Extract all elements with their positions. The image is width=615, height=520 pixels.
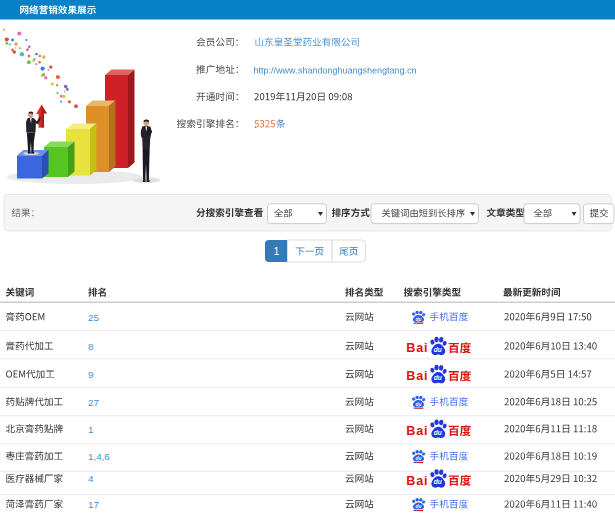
svg-text:1: 1: [274, 245, 280, 257]
svg-text:du: du: [416, 317, 422, 322]
svg-text:Bai: Bai: [406, 341, 428, 355]
svg-text:1,4,6: 1,4,6: [88, 451, 110, 462]
svg-text:25: 25: [88, 312, 99, 323]
svg-text:du: du: [434, 478, 442, 485]
svg-text:1: 1: [88, 424, 93, 435]
svg-text:du: du: [434, 429, 442, 436]
svg-text:Bai: Bai: [406, 474, 428, 488]
svg-text:17: 17: [88, 499, 99, 510]
svg-text:du: du: [416, 456, 422, 461]
svg-text:du: du: [434, 346, 442, 353]
svg-text:Bai: Bai: [406, 369, 428, 383]
svg-text:8: 8: [88, 341, 94, 352]
svg-text:du: du: [416, 504, 422, 509]
svg-text:4: 4: [88, 473, 94, 484]
svg-text:Bai: Bai: [406, 424, 428, 438]
svg-text:du: du: [416, 402, 422, 407]
svg-text:du: du: [434, 374, 442, 381]
svg-text:9: 9: [88, 369, 93, 380]
svg-text:27: 27: [88, 397, 99, 408]
